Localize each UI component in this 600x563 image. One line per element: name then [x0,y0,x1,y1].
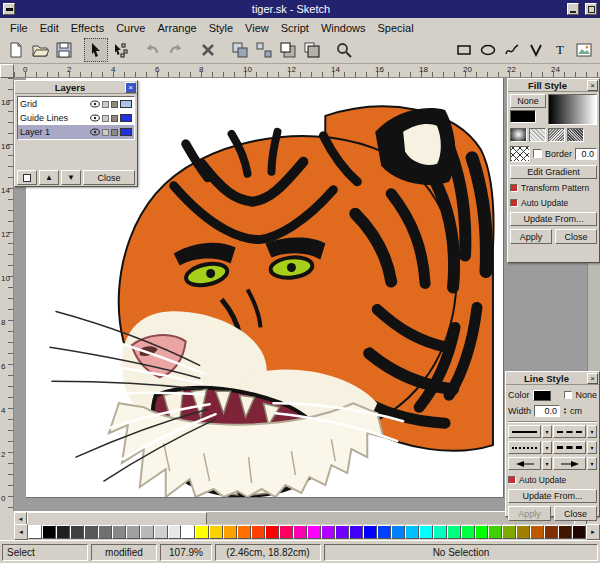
color-swatch[interactable] [98,525,112,539]
dash-dropdown-3[interactable]: ▾ [542,441,552,454]
layer-row-grid[interactable]: Grid [18,97,134,111]
layers-close-button[interactable]: Close [83,170,135,185]
color-swatch[interactable] [265,525,279,539]
fill-auto-update-indicator[interactable] [510,199,518,207]
menu-style[interactable]: Style [203,20,239,36]
color-swatch[interactable] [307,525,321,539]
color-swatch[interactable] [56,525,70,539]
color-swatch[interactable] [363,525,377,539]
color-swatch[interactable] [154,525,168,539]
color-swatch[interactable] [237,525,251,539]
bezier-tool[interactable] [524,38,548,62]
pattern-swatch-2[interactable] [548,128,565,142]
color-swatch[interactable] [42,525,56,539]
eye-icon[interactable] [90,128,100,136]
color-swatch[interactable] [168,525,182,539]
dash-dropdown-4[interactable]: ▾ [587,441,597,454]
vertical-ruler[interactable]: 181614121086420 [0,78,14,511]
lock-icon[interactable] [111,129,118,136]
menu-script[interactable]: Script [275,20,315,36]
color-swatch[interactable] [475,525,489,539]
color-swatch[interactable] [419,525,433,539]
fill-gradient-preview[interactable] [548,94,597,125]
arrow-start-button[interactable] [508,457,541,470]
color-swatch[interactable] [377,525,391,539]
edit-gradient-button[interactable]: Edit Gradient [510,165,597,179]
minimize-button[interactable] [567,3,579,15]
eye-icon[interactable] [90,114,100,122]
color-swatch[interactable] [461,525,475,539]
fill-update-from-button[interactable]: Update From... [510,212,597,226]
color-swatch[interactable] [335,525,349,539]
layer-color-swatch[interactable] [120,128,132,136]
ellipse-tool[interactable] [476,38,500,62]
line-none-checkbox[interactable] [564,391,572,399]
color-swatch[interactable] [126,525,140,539]
color-swatch[interactable] [112,525,126,539]
fill-close-button[interactable]: Close [555,229,597,244]
line-close-button[interactable]: Close [554,506,597,521]
fill-auto-update-label[interactable]: Auto Update [521,198,568,208]
layer-color-swatch[interactable] [120,100,132,108]
group-objects[interactable] [228,38,252,62]
selection-tool[interactable] [84,38,108,62]
color-swatch[interactable] [84,525,98,539]
palette-scroll-right-button[interactable]: ► [586,524,600,540]
line-apply-button[interactable]: Apply [508,506,551,521]
color-swatch[interactable] [28,525,42,539]
menu-curve[interactable]: Curve [110,20,151,36]
layer-row-layer-1[interactable]: Layer 1 [18,125,134,139]
layer-down-button[interactable]: ▼ [61,170,81,185]
color-swatch[interactable] [321,525,335,539]
color-swatch[interactable] [209,525,223,539]
fill-palette-titlebar[interactable]: Fill Style × [508,79,599,92]
edit-tool[interactable] [108,38,132,62]
menu-effects[interactable]: Effects [65,20,110,36]
border-checkbox[interactable] [533,149,542,158]
line-width-input[interactable]: 0.0 [534,405,560,417]
transform-pattern-label[interactable]: Transform Pattern [521,183,589,193]
color-swatch[interactable] [530,525,544,539]
dash-dashed-button[interactable] [553,425,586,438]
eye-icon[interactable] [90,100,100,108]
color-swatch[interactable] [251,525,265,539]
color-swatch[interactable] [433,525,447,539]
move-to-front[interactable] [276,38,300,62]
new-layer-button[interactable] [17,170,37,185]
menu-windows[interactable]: Windows [315,20,372,36]
pattern-swatch-3[interactable] [567,128,584,142]
palette-scroll-left-button[interactable]: ◄ [14,524,28,540]
horizontal-ruler[interactable]: 024681012141618202224 [14,64,600,78]
redo[interactable] [164,38,188,62]
horizontal-scrollbar[interactable]: ◄ ► [14,511,587,524]
move-to-back[interactable] [300,38,324,62]
text-tool[interactable]: T [548,38,572,62]
color-swatch[interactable] [447,525,461,539]
print-icon[interactable] [102,115,109,122]
freehand-tool[interactable] [500,38,524,62]
transform-pattern-indicator[interactable] [510,184,518,192]
color-swatch[interactable] [70,525,84,539]
pattern-swatch-1[interactable] [529,128,546,142]
line-close-icon[interactable]: × [587,373,598,384]
dash-dot-button[interactable] [508,441,541,454]
color-swatch[interactable] [405,525,419,539]
arrow-dropdown-1[interactable]: ▾ [542,457,552,470]
fill-close-icon[interactable]: × [587,80,598,91]
hatch-pattern-swatch[interactable] [510,146,530,162]
color-swatch[interactable] [349,525,363,539]
color-swatch[interactable] [293,525,307,539]
layer-color-swatch[interactable] [120,114,132,122]
window-menu-button[interactable] [3,3,15,15]
layers-close-icon[interactable]: × [125,82,136,93]
layer-row-guide-lines[interactable]: Guide Lines [18,111,134,125]
color-swatch[interactable] [544,525,558,539]
line-none-label[interactable]: None [575,390,597,400]
color-swatch[interactable] [391,525,405,539]
color-swatch[interactable] [279,525,293,539]
menu-view[interactable]: View [239,20,275,36]
print-icon[interactable] [102,129,109,136]
color-swatch[interactable] [181,525,195,539]
color-swatch[interactable] [502,525,516,539]
line-color-swatch[interactable] [533,390,551,401]
